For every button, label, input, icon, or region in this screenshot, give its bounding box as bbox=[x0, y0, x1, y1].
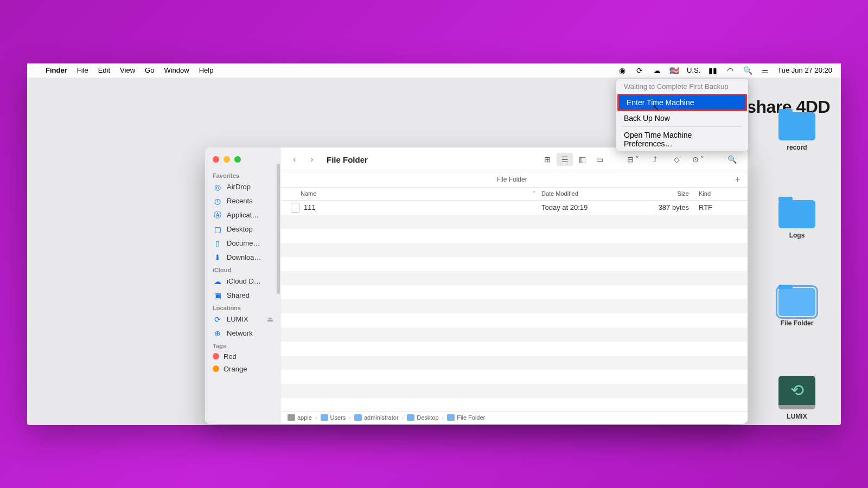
finder-sidebar: Favorites ◎AirDrop ◷Recents ⒶApplicat… ▢… bbox=[205, 147, 281, 424]
sidebar-tag-orange[interactable]: Orange bbox=[205, 363, 281, 375]
folder-icon bbox=[447, 414, 455, 421]
menu-edit[interactable]: Edit bbox=[98, 66, 110, 74]
sidebar-icloud-drive[interactable]: ☁iCloud D… bbox=[205, 274, 281, 288]
tm-status-text: Waiting to Complete First Backup bbox=[616, 79, 748, 94]
folder-icon bbox=[407, 414, 414, 421]
sidebar-label: Downloa… bbox=[227, 253, 261, 261]
clock[interactable]: Tue Jun 27 20:20 bbox=[777, 66, 832, 74]
path-seg-filefolder[interactable]: File Folder bbox=[447, 414, 485, 421]
menu-app-name[interactable]: Finder bbox=[46, 66, 67, 74]
time-machine-menubar-icon[interactable]: ⟳ bbox=[635, 66, 644, 75]
search-button[interactable]: 🔍 bbox=[724, 153, 740, 166]
column-size[interactable]: Size bbox=[644, 190, 699, 197]
tm-divider bbox=[622, 126, 743, 127]
action-button[interactable]: ⊙ ˅ bbox=[690, 153, 706, 166]
sidebar-label: Orange bbox=[224, 365, 247, 373]
tab-title[interactable]: File Folder bbox=[496, 176, 527, 183]
zoom-button[interactable] bbox=[234, 156, 241, 163]
desktop-label-lumix: LUMIX bbox=[787, 413, 807, 420]
file-row[interactable]: 111 Today at 20:19 387 bytes RTF bbox=[281, 201, 748, 215]
sidebar-label: Recents bbox=[227, 197, 253, 205]
sidebar-lumix[interactable]: ⟳LUMIX⏏ bbox=[205, 312, 281, 326]
new-tab-button[interactable]: + bbox=[735, 175, 740, 184]
forward-button[interactable]: › bbox=[306, 153, 318, 165]
eject-icon[interactable]: ⏏ bbox=[267, 315, 273, 323]
desktop-folder-logs[interactable]: Logs bbox=[773, 200, 821, 239]
list-view-button[interactable]: ☰ bbox=[557, 153, 573, 166]
sidebar-header-favorites: Favorites bbox=[205, 170, 281, 180]
sidebar-label: LUMIX bbox=[227, 315, 248, 323]
icon-view-button[interactable]: ⊞ bbox=[539, 153, 556, 166]
group-button[interactable]: ⊟ ˅ bbox=[625, 153, 641, 166]
sidebar-network[interactable]: ⊕Network bbox=[205, 326, 281, 341]
back-button[interactable]: ‹ bbox=[289, 153, 301, 165]
folder-icon bbox=[354, 414, 362, 421]
tag-button[interactable]: ◇ bbox=[668, 153, 685, 166]
sidebar-header-tags: Tags bbox=[205, 341, 281, 350]
list-header: Name ˄ Date Modified Size Kind bbox=[281, 188, 748, 201]
menubar-left: Finder File Edit View Go Window Help bbox=[36, 66, 213, 74]
sort-indicator-icon: ˄ bbox=[533, 190, 541, 197]
desktop-drive-lumix[interactable]: ⟲ LUMIX bbox=[773, 376, 821, 420]
column-date[interactable]: Date Modified bbox=[541, 190, 644, 197]
menu-view[interactable]: View bbox=[120, 66, 135, 74]
folder-icon bbox=[778, 200, 815, 228]
window-title: File Folder bbox=[327, 155, 368, 164]
share-button[interactable]: ⤴ bbox=[647, 153, 663, 166]
column-name[interactable]: Name bbox=[281, 190, 533, 197]
time-machine-dropdown: Waiting to Complete First Backup Enter T… bbox=[616, 79, 749, 151]
path-seg-users[interactable]: Users bbox=[321, 414, 346, 421]
menubar-right: ◉ ⟳ ☁ 🇺🇸 U.S. ▮▮ ◠ 🔍 ⚌ Tue Jun 27 20:20 bbox=[617, 66, 832, 75]
view-switcher: ⊞ ☰ ▥ ▭ bbox=[539, 153, 608, 166]
gallery-view-button[interactable]: ▭ bbox=[591, 153, 608, 166]
sidebar-tag-red[interactable]: Red bbox=[205, 350, 281, 363]
sidebar-recents[interactable]: ◷Recents bbox=[205, 194, 281, 208]
sidebar-label: Applicat… bbox=[227, 211, 259, 219]
tm-enter-time-machine[interactable]: Enter Time Machine bbox=[617, 94, 747, 111]
download-icon: ⬇ bbox=[213, 253, 222, 262]
sidebar-airdrop[interactable]: ◎AirDrop bbox=[205, 180, 281, 194]
desktop-folder-filefolder[interactable]: File Folder bbox=[773, 288, 821, 327]
app-tray-icon[interactable]: ☁ bbox=[652, 66, 662, 75]
sidebar-label: Network bbox=[227, 329, 253, 337]
menu-help[interactable]: Help bbox=[199, 66, 214, 74]
minimize-button[interactable] bbox=[224, 156, 230, 163]
list-body: 111 Today at 20:19 387 bytes RTF bbox=[281, 201, 748, 411]
menu-file[interactable]: File bbox=[77, 66, 88, 74]
tm-open-preferences[interactable]: Open Time Machine Preferences… bbox=[616, 128, 748, 151]
sidebar-desktop[interactable]: ▢Desktop bbox=[205, 222, 281, 236]
sidebar-shared[interactable]: ▣Shared bbox=[205, 288, 281, 303]
sidebar-applications[interactable]: ⒶApplicat… bbox=[205, 208, 281, 222]
chevron-right-icon: › bbox=[442, 414, 444, 421]
sidebar-downloads[interactable]: ⬇Downloa… bbox=[205, 251, 281, 265]
battery-icon[interactable]: ▮▮ bbox=[708, 66, 718, 75]
sidebar-scrollbar[interactable] bbox=[277, 164, 280, 294]
sidebar-documents[interactable]: ▯Docume… bbox=[205, 236, 281, 251]
close-button[interactable] bbox=[213, 156, 219, 163]
finder-tab-bar: File Folder + bbox=[281, 172, 748, 188]
path-seg-apple[interactable]: apple bbox=[288, 414, 312, 421]
desktop-folder-record[interactable]: record bbox=[773, 112, 821, 151]
path-seg-administrator[interactable]: administrator bbox=[354, 414, 399, 421]
file-date: Today at 20:19 bbox=[541, 203, 644, 211]
menu-go[interactable]: Go bbox=[145, 66, 154, 74]
disk-icon bbox=[288, 414, 295, 421]
applications-icon: Ⓐ bbox=[213, 210, 222, 220]
wifi-icon[interactable]: ◠ bbox=[725, 66, 735, 75]
path-seg-desktop[interactable]: Desktop bbox=[407, 414, 438, 421]
input-source-icon[interactable]: 🇺🇸 bbox=[669, 66, 679, 75]
column-kind[interactable]: Kind bbox=[699, 190, 748, 197]
file-size: 387 bytes bbox=[644, 203, 699, 211]
menu-window[interactable]: Window bbox=[164, 66, 189, 74]
document-icon: ▯ bbox=[213, 239, 222, 248]
column-view-button[interactable]: ▥ bbox=[574, 153, 590, 166]
sidebar-label: Red bbox=[224, 352, 237, 361]
record-indicator-icon[interactable]: ◉ bbox=[617, 66, 627, 75]
desktop-icons: record Logs File Folder ⟲ LUMIX bbox=[773, 112, 821, 420]
tm-back-up-now[interactable]: Back Up Now bbox=[616, 111, 748, 125]
spotlight-icon[interactable]: 🔍 bbox=[743, 66, 752, 75]
input-language-label[interactable]: U.S. bbox=[687, 66, 700, 74]
control-center-icon[interactable]: ⚌ bbox=[760, 66, 770, 75]
sidebar-label: AirDrop bbox=[227, 183, 251, 191]
macos-desktop: Finder File Edit View Go Window Help ◉ ⟳… bbox=[27, 63, 841, 425]
